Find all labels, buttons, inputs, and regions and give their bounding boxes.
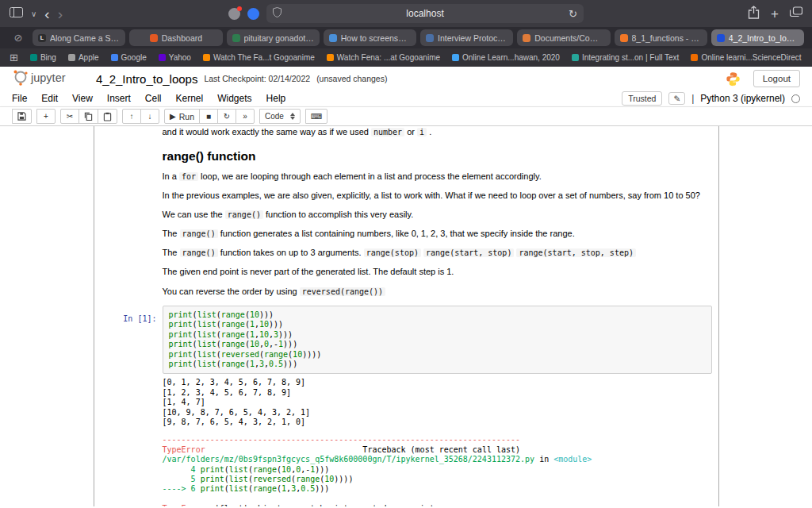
bookmark-favicon: [572, 54, 579, 61]
jupyter-logo[interactable]: jupyter: [12, 67, 75, 90]
browser-tab[interactable]: pituitary gonadotro...: [227, 29, 320, 46]
tab-title: Dashboard: [162, 33, 202, 43]
menu-help[interactable]: Help: [259, 93, 293, 104]
markdown-cell-clipped[interactable]: and it would work exactly the same way a…: [163, 126, 712, 141]
copy-cell-button[interactable]: [79, 109, 98, 124]
bookmark-item[interactable]: Yahoo: [159, 53, 191, 62]
browser-tab[interactable]: LAlong Came a Spid...: [33, 29, 125, 46]
bookmark-favicon: [30, 54, 37, 61]
markdown-paragraph[interactable]: The range() function takes on up to 3 ar…: [163, 244, 712, 263]
browser-tab[interactable]: 8_1_functions - Ju...: [615, 29, 707, 46]
address-bar[interactable]: localhost ↻: [266, 4, 584, 23]
cell-type-select[interactable]: Code: [259, 109, 301, 124]
command-palette-button[interactable]: ⌨: [305, 109, 327, 124]
inline-code: range(start, stop, step): [516, 248, 636, 257]
traceback-line: [163, 495, 712, 504]
bookmark-label: Yahoo: [169, 53, 191, 62]
interrupt-kernel-button[interactable]: ■: [199, 109, 218, 124]
bookmark-item[interactable]: Bing: [30, 53, 56, 62]
reload-icon[interactable]: ↻: [569, 8, 577, 20]
markdown-paragraph[interactable]: The given end point is never part of the…: [163, 263, 712, 282]
bookmark-item[interactable]: Online learni...ScienceDirect: [691, 53, 801, 62]
output-line: [10, 9, 8, 7, 6, 5, 4, 3, 2, 1]: [163, 408, 712, 418]
bookmark-favicon: [691, 54, 698, 61]
browser-tab[interactable]: 4_2_Intro_to_loop...: [711, 29, 804, 46]
input-prompt: In [1]:: [94, 306, 163, 374]
browser-tab[interactable]: Interview Protocol...: [420, 29, 513, 46]
edit-title-icon[interactable]: ✎: [668, 92, 685, 105]
save-button[interactable]: [12, 109, 32, 124]
notebook-toolbar: + ✂ ↑ ↓ ▶Run ■ ↻ » Code ⌨: [0, 107, 812, 126]
bookmarks-bar: ⊞ BingAppleGoogleYahooWatch The Fa...t G…: [0, 48, 812, 67]
code-input-area[interactable]: print(list(range(10)))print(list(range(1…: [163, 306, 712, 374]
logout-button[interactable]: Logout: [753, 70, 800, 87]
bookmark-item[interactable]: Online Learn...hawan, 2020: [452, 53, 560, 62]
markdown-paragraph[interactable]: You can reverse the order by using rever…: [163, 282, 712, 301]
sidebar-toggle-icon[interactable]: [10, 6, 23, 21]
share-icon[interactable]: [748, 6, 760, 22]
extension-icon-blue[interactable]: [247, 8, 259, 20]
trusted-badge[interactable]: Trusted: [622, 91, 662, 106]
privacy-shield-icon[interactable]: [273, 6, 282, 21]
checkpoint-text: Last Checkpoint: 02/14/2022: [204, 74, 310, 83]
bookmark-label: Online learni...ScienceDirect: [701, 53, 801, 62]
select-arrows-icon: [290, 113, 295, 120]
browser-tab[interactable]: Dashboard: [129, 29, 222, 46]
new-tab-icon[interactable]: +: [771, 7, 779, 21]
tab-title: 4_2_Intro_to_loop...: [729, 33, 799, 43]
cut-cell-button[interactable]: ✂: [60, 109, 79, 124]
bookmark-item[interactable]: Google: [111, 53, 147, 62]
cell-type-value: Code: [265, 112, 284, 121]
markdown-paragraph[interactable]: In the previous examples, we are also gi…: [163, 186, 712, 205]
menu-kernel[interactable]: Kernel: [169, 93, 211, 104]
kernel-separator: |: [691, 93, 694, 104]
bookmark-item[interactable]: Watch Fena: ...at Gogoanime: [327, 53, 440, 62]
tab-title: Documents/Comp...: [534, 33, 604, 43]
restart-run-all-button[interactable]: »: [236, 109, 255, 124]
add-cell-button[interactable]: +: [36, 109, 56, 124]
chevron-down-icon[interactable]: ∨: [31, 10, 36, 18]
browser-tab[interactable]: How to screenshot...: [324, 29, 416, 46]
output-line: [0, 1, 2, 3, 4, 5, 6, 7, 8, 9]: [163, 378, 712, 387]
back-button[interactable]: ‹: [44, 6, 49, 21]
markdown-paragraph[interactable]: In a for loop, we are looping through ea…: [163, 167, 712, 186]
run-button[interactable]: ▶Run: [164, 109, 200, 124]
pinned-tab[interactable]: ⊘: [8, 29, 29, 46]
output-line: [1, 2, 3, 4, 5, 6, 7, 8, 9]: [163, 388, 712, 398]
bookmark-item[interactable]: Apple: [68, 53, 99, 62]
menu-widgets[interactable]: Widgets: [210, 93, 259, 104]
menu-view[interactable]: View: [65, 93, 100, 104]
python-kernel-logo: [726, 71, 741, 87]
notebook-title[interactable]: 4_2_Intro_to_loops: [96, 72, 197, 86]
tab-favicon: [426, 34, 434, 42]
inline-code: number: [371, 128, 404, 137]
menu-file[interactable]: File: [12, 93, 34, 104]
bookmark-item[interactable]: Integrating st...on | Full Text: [572, 53, 679, 62]
inline-code: range(): [180, 229, 218, 238]
paste-cell-button[interactable]: [98, 109, 117, 124]
markdown-paragraph[interactable]: The range() function generates a list co…: [163, 224, 712, 243]
browser-tab[interactable]: Documents/Comp...: [517, 29, 610, 46]
kernel-name: Python 3 (ipykernel): [700, 93, 785, 104]
bookmark-label: Apple: [79, 53, 99, 62]
tab-favicon: [329, 34, 337, 42]
favorites-grid-icon[interactable]: ⊞: [10, 52, 18, 64]
traceback-line: 4 print(list(range(10,0,-1))): [163, 465, 712, 475]
forward-button[interactable]: ›: [58, 6, 63, 21]
menu-edit[interactable]: Edit: [34, 93, 65, 104]
markdown-paragraph[interactable]: We can use the range() function to accom…: [163, 205, 712, 224]
menu-cell[interactable]: Cell: [138, 93, 169, 104]
menu-insert[interactable]: Insert: [100, 93, 138, 104]
notebook-container: and it would work exactly the same way a…: [94, 126, 719, 506]
bookmark-label: Watch The Fa...t Gogoanime: [213, 53, 315, 62]
bookmark-favicon: [203, 54, 210, 61]
tab-overview-icon[interactable]: [790, 6, 802, 21]
bookmark-item[interactable]: Watch The Fa...t Gogoanime: [203, 53, 315, 62]
move-cell-up-button[interactable]: ↑: [122, 109, 141, 124]
markdown-heading[interactable]: range() function: [163, 141, 712, 167]
tab-favicon: [232, 34, 240, 42]
tab-title: Interview Protocol...: [438, 33, 508, 43]
move-cell-down-button[interactable]: ↓: [140, 109, 159, 124]
extension-icon-badged[interactable]: [228, 8, 240, 20]
restart-kernel-button[interactable]: ↻: [217, 109, 236, 124]
